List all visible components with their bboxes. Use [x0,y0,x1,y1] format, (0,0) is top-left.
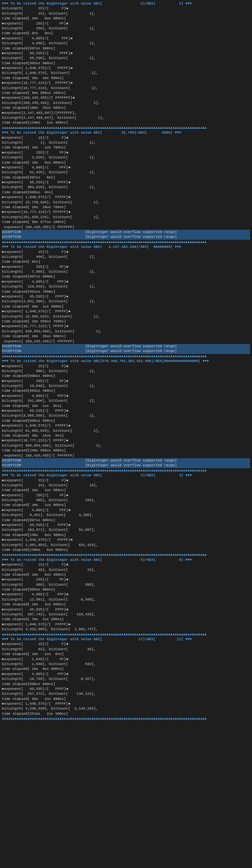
terminal-line: time elapsed[995us 400ns] [2,389,250,393]
terminal-line: time elapsed[990us 900ns] [2,682,250,687]
terminal-line: time elapsed[997us 0ns] [2,175,250,180]
terminal-line: ►exponent[2,147,483,647]/[FFFFFFF], [2,111,250,116]
terminal-line: bitLength[ 520,093,666], bitCount[ 1], [2,329,250,334]
terminal-line: time elapsed[ 1ms 2us 0ns] [2,652,250,657]
terminal-line: bitLength[ 983,026], bitCount[ 1], [2,185,250,190]
terminal-line: EXCEPTION [BigInteger would overflow sup… [2,230,250,235]
terminal-line: time elapsed[136ms 6us 900ns] [2,548,250,552]
terminal-line: bitLength[ 62], bitCount[ 36], [2,647,250,652]
terminal-line: time elapsed[ 2ms 1ms 500ns] [2,76,250,81]
terminal-line: bitLength[ 3,826], bitCount[ 1], [2,155,250,160]
terminal-line: time elapsed[990us 600ns] [2,374,250,378]
terminal-line: time elapsed[ 2ms 28us 600ns] [2,334,250,339]
terminal-line: bitLength[ 1], bitCount[ 1], [2,141,250,145]
terminal-line: ►exponent[ 1,048,575]/[ FFFFF]◄ [2,195,250,200]
terminal-line: bitLength[ 16,739], bitCount[ 8,357], [2,677,250,681]
terminal-line: ►exponent[ 65,535]/[ FFFF]◄ [2,408,250,413]
terminal-line: bitLength[ 989,855,686], bitCount[ 1], [2,443,250,448]
terminal-line: bitLength[ 103,971], bitCount[ 51,997], [2,528,250,532]
terminal-line: bitLength[ 16], bitCount[ 1], [2,11,250,16]
terminal-line: time elapsed[134ms 1us 400ns] [2,120,250,125]
terminal-line: ▼▼▼ To be raised the BigInteger with val… [2,637,250,642]
terminal-line: ►exponent[ 65,535]/[ FFFF]◄ [2,687,250,691]
terminal-line: ►exponent[ 4,095]/[ FFF]◄ [2,508,250,513]
terminal-line: ▼▼▼ To be raised the BigInteger with val… [2,558,250,562]
terminal-line: bitLength[ 126,946], bitCount[ 1], [2,284,250,289]
terminal-line: EXCEPTION [BigInteger would overflow sup… [2,344,250,349]
terminal-line: ►exponent[ 4,095]/[ FFF]◄ [2,592,250,597]
terminal-line: ►exponent[16,777,215]/[ FFFFFF]◄ [2,210,250,215]
terminal-line: ►exponent[ 15]/[ F]◄ [2,364,250,369]
terminal-line: bitLength[ 886], bitCount[ 1], [2,369,250,374]
terminal-output: ▼▼▼ To be raised the BigInteger with val… [0,0,252,723]
terminal-line: ►exponent[ 65,535]/[ FFFF]◄ [2,180,250,185]
terminal-line: ▲▲▲▲▲▲▲▲▲▲▲▲▲▲▲▲▲▲▲▲▲▲▲▲▲▲▲▲▲▲▲▲▲▲▲▲▲▲▲▲… [2,632,250,637]
terminal-line: time elapsed[ 7ms 2us 200ns] [2,617,250,622]
terminal-line: bitLength[2,147,483,647], bitCount[ 1], [2,116,250,120]
terminal-line: EXCEPTION [BigInteger would overflow sup… [2,458,250,463]
terminal-line: ►exponent[ 255]/[ FF]◄ [2,577,250,582]
terminal-line: bitLength[ 12,981], bitCount[ 6,560], [2,597,250,602]
terminal-line: EXCEPTION [BigInteger would overflow sup… [2,349,250,354]
terminal-line: time elapsed[999us 500ns] [2,418,250,423]
terminal-line: time elapsed[991us 700ms] [2,289,250,294]
terminal-line: time elapsed[995us 900ns] [2,61,250,66]
terminal-line: time elapsed[ 1ms 1us 0ns] [2,404,250,408]
terminal-line: bitLength[ 466], bitCount[ 1], [2,255,250,259]
terminal-line: bitLength[ 24], bitCount[ 15], [2,483,250,488]
terminal-line: bitLength[ 207,742], bitCount[ 103,428], [2,612,250,617]
terminal-line: ▲▲▲▲▲▲▲▲▲▲▲▲▲▲▲▲▲▲▲▲▲▲▲▲▲▲▲▲▲▲▲▲▲▲▲▲▲▲▲▲… [2,552,250,557]
terminal-line: EXCEPTION [BigInteger would overflow sup… [2,463,250,468]
terminal-line: bitLength[268,435,456], bitCount[ 1], [2,101,250,105]
terminal-line: bitLength[ 7,906], bitCount[ 1], [2,270,250,274]
terminal-line: ►exponent[ 1,048,575]/[ FFFFF]◄ [2,309,250,314]
terminal-line: ►exponent[ 255]/[ FF]◄ [2,265,250,270]
terminal-line: bitLength[ 241,606], bitCount[ 1], [2,399,250,403]
terminal-line: ►exponent[ 255]/[ FF]◄ [2,493,250,498]
terminal-line: bitLength[ 32,505,826], bitCount[ 1], [2,314,250,319]
terminal-line: time elapsed[ 0ns 0ns] [2,31,250,36]
terminal-line: bitLength[ 405], bitCount[ 194], [2,498,250,503]
terminal-line: time elapsed[13ms 0us 300ns] [2,533,250,537]
terminal-line: ▼▼▼ To be raised the BigInteger with val… [2,359,250,364]
terminal-line: ►exponent[ 255]/[ FF]◄ [2,379,250,384]
terminal-line: ▲▲▲▲▲▲▲▲▲▲▲▲▲▲▲▲▲▲▲▲▲▲▲▲▲▲▲▲▲▲▲▲▲▲▲▲▲▲▲▲… [2,126,250,130]
terminal-line: ►exponent[ 65,535]/[ FFFF]◄ [2,523,250,528]
terminal-line: ►exponent[ 1,049]/[ FF]◄ [2,657,250,662]
terminal-line: time elapsed[997us 300ns] [2,46,250,51]
terminal-line: time elapsed[ 1ms 0us 900ns] [2,16,250,21]
terminal-line: ►exponent[ 255]/[ FF]◄ [2,21,250,26]
terminal-line: bitLength[ 1,661,953], bitCount[ 831,424… [2,543,250,548]
terminal-line: ►exponent[268,435,455]/[ FFFFFFF]◄ [2,95,250,100]
terminal-line: time elapsed[ 1ms 1us 600ns] [2,602,250,607]
terminal-line: ▲▲▲▲▲▲▲▲▲▲▲▲▲▲▲▲▲▲▲▲▲▲▲▲▲▲▲▲▲▲▲▲▲▲▲▲▲▲▲▲… [2,354,250,359]
terminal-line: bitLength[ 267,372], bitCount[ 134,121], [2,691,250,696]
terminal-line: ▲▲▲▲▲▲▲▲▲▲▲▲▲▲▲▲▲▲▲▲▲▲▲▲▲▲▲▲▲▲▲▲▲▲▲▲▲▲▲▲… [2,468,250,473]
terminal-line: time elapsed[ 3ms 15us 0ns] [2,433,250,438]
terminal-line: time elapsed[ 1ms 9us 900ns] [2,666,250,672]
terminal-line: ►exponent[ 15]/[ F]◄ [2,250,250,255]
terminal-line: bitLength[ 809], bitCount[ 399], [2,583,250,587]
terminal-line: time elapsed[ 9ms 977us 100ns] [2,220,250,225]
terminal-line: time elapsed[18ms 32us 600ns] [2,105,250,111]
terminal-line: exponent[ 268,435,455]/[ FFFFFFF] [2,225,250,230]
terminal-line: bitLength[3,866,566], bitCount[ 1], [2,413,250,418]
terminal-line: ►exponent[ 65,535]/[ FFFF]◄ [2,294,250,299]
terminal-line: ►exponent[ 15]/[ F]◄ [2,478,250,483]
terminal-line: bitLength[ 1,048,576], bitCount[ 1], [2,71,250,75]
terminal-line: time elapsed[ 1ms 1us 900ns] [2,503,250,507]
terminal-line: bitLength[16,777,216], bitCount[ 1], [2,86,250,91]
terminal-line: bitLength[ 65,536], bitCount[ 1], [2,56,250,61]
terminal-line: ▼▼▼ To be raised the BigInteger with val… [2,473,250,478]
terminal-line: EXCEPTION [BigInteger would overflow sup… [2,235,250,240]
terminal-line: time elapsed[ 1ms 0us 800ns] [2,160,250,165]
terminal-line: time elapsed[ 3ms 1us 300ms] [2,304,250,309]
terminal-line: time elapsed[997us 600ms] [2,274,250,279]
terminal-line: time elapsed[ 2ms 18us 700ns] [2,205,250,210]
terminal-line: time elapsed[ 1ms 1us 500ns] [2,488,250,493]
terminal-line: ►exponent[ 15]/[ F]◄ [2,135,250,141]
terminal-line: bitLength[ 4,096], bitCount[ 1], [2,41,250,46]
terminal-line: bitLength[ 48], bitCount[ 25], [2,567,250,572]
terminal-line: ►exponent[ 15]/[ F]◄ [2,562,250,567]
terminal-line: ►exponent[ 1,048,575]/[ FFFFF]◄ [2,537,250,542]
